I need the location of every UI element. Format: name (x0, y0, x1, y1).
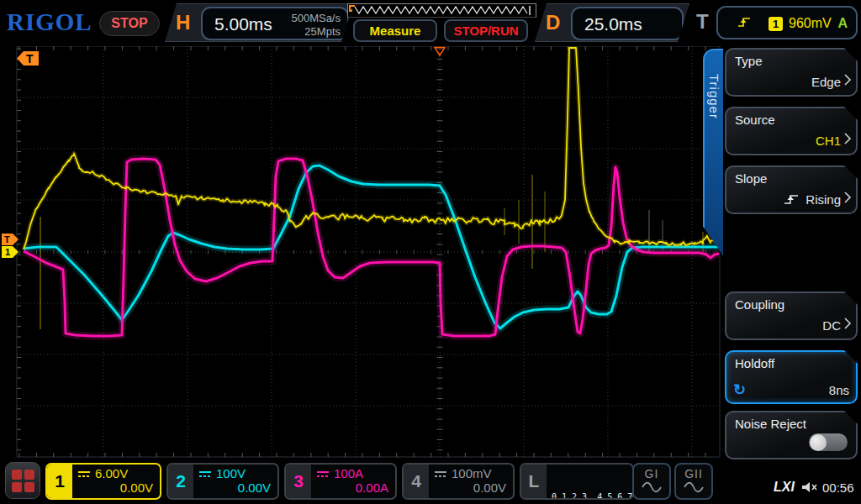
chevron-right-icon (843, 73, 852, 90)
measure-button[interactable]: Measure (353, 19, 437, 42)
menu-item-value: Rising (806, 192, 841, 207)
ch1-zero-letter: 1 (5, 247, 10, 257)
multifunction-knob-icon: ↻ (733, 381, 746, 399)
dc-coupling-icon (316, 466, 330, 480)
menu-item-label: Coupling (735, 297, 848, 312)
menu-item-type[interactable]: Type Edge (725, 48, 858, 97)
h-label: H (176, 11, 190, 34)
graticule: TT1 (0, 46, 721, 458)
chevron-right-icon (843, 317, 852, 333)
menu-item-label: Holdoff (735, 356, 848, 370)
timebase-box[interactable]: 5.00ms 500MSa/s 25Mpts (201, 7, 349, 40)
channel-offset: 0.00V (434, 480, 508, 495)
menu-item-coupling[interactable]: Coupling DC (725, 291, 858, 340)
menu-item-label: Slope (735, 171, 848, 186)
channel-offset: 0.00A (316, 480, 390, 495)
noise-reject-toggle[interactable] (809, 433, 848, 451)
menu-item-value: 8ns (829, 383, 849, 397)
waveform-display: TT1 (0, 46, 721, 458)
sample-rate: 500MSa/s (291, 12, 341, 25)
clock: 00:56 (822, 480, 854, 495)
channel-scale: 100A (334, 466, 363, 480)
logic-analyzer-block[interactable]: L 0 1 2 3 4 5 6 78 9 1011 12131415 (520, 463, 634, 500)
d-label: D (546, 11, 560, 34)
horizontal-timebase-group: H 5.00ms 500MSa/s 25Mpts (165, 3, 353, 42)
sine-icon (683, 481, 705, 493)
channel-offset: 0.00V (77, 480, 155, 495)
lxi-indicator: LXI (774, 480, 795, 495)
logic-channel-numbers: 0 1 2 3 4 5 6 78 9 1011 12131415 (552, 466, 634, 500)
channel-scale: 6.00V (95, 466, 128, 480)
generator-1-button[interactable]: GI (632, 463, 671, 500)
channel-number-tab: 3 (286, 465, 311, 498)
trigger-position-letter: T (26, 52, 34, 66)
dc-coupling-icon (434, 466, 447, 480)
trigger-level-letter: T (4, 234, 10, 244)
chevron-right-icon (843, 132, 852, 149)
stop-run-button[interactable]: STOP/RUN (444, 19, 528, 42)
menu-item-source[interactable]: Source CH1 (725, 107, 858, 155)
rigol-logo: RIGOL (7, 8, 92, 36)
menu-item-holdoff[interactable]: Holdoff 8ns ↻ (725, 350, 858, 404)
delay-box[interactable]: 25.0ms (571, 7, 684, 40)
t-label: T (696, 10, 709, 34)
trigger-menu-tab[interactable]: Trigger (703, 49, 723, 255)
main-menu-button[interactable] (5, 462, 40, 499)
timebase-value: 5.00ms (214, 14, 272, 34)
channel-number-tab: 2 (168, 465, 193, 498)
waveform-preview-strip[interactable] (347, 3, 536, 18)
logic-tab: L (521, 465, 547, 498)
channel-2-block[interactable]: 2 100V 0.00V (166, 463, 279, 500)
trigger-source-badge: 1 (769, 17, 783, 31)
menu-item-label: Noise Reject (735, 417, 848, 431)
channel-offset: 0.00V (198, 480, 272, 495)
menu-grid-icon (12, 470, 22, 480)
toggle-knob (810, 434, 827, 451)
memory-depth: 25Mpts (291, 25, 341, 39)
menu-item-value: CH1 (816, 134, 841, 148)
dc-coupling-icon (77, 466, 91, 480)
channel-scale: 100mV (452, 466, 492, 480)
channel-4-block[interactable]: 4 100mV 0.00V (402, 463, 515, 500)
oscilloscope-screen: RIGOL STOP H 5.00ms 500MSa/s 25Mpts Meas… (0, 0, 861, 504)
rising-edge-icon (783, 192, 800, 206)
dc-coupling-icon (198, 466, 212, 480)
trigger-tab-title: Trigger (707, 74, 721, 119)
menu-item-slope[interactable]: Slope Rising (725, 165, 858, 214)
channel-number-tab: 4 (404, 465, 429, 498)
chevron-right-icon (843, 191, 852, 207)
preview-zigzag (348, 4, 536, 17)
menu-item-noise-reject[interactable]: Noise Reject (725, 411, 858, 459)
delay-value: 25.0ms (584, 14, 642, 34)
speaker-muted-icon[interactable] (800, 480, 819, 497)
rising-edge-icon (737, 15, 752, 32)
trigger-status-box[interactable]: 1 960mV A (716, 6, 858, 39)
delay-group: D 25.0ms (535, 3, 689, 42)
sine-icon (641, 481, 663, 493)
acquisition-info: 500MSa/s 25Mpts (291, 12, 341, 39)
menu-item-value: Edge (811, 75, 841, 89)
run-state-indicator: STOP (99, 11, 160, 36)
menu-item-label: Type (735, 54, 848, 68)
trigger-status-flag: A (837, 16, 848, 31)
channel-1-block[interactable]: 1 6.00V 0.00V (45, 463, 161, 500)
channel-3-block[interactable]: 3 100A 0.00A (284, 463, 397, 500)
channel-scale: 100V (216, 466, 246, 480)
menu-item-value: DC (822, 318, 841, 333)
generator-2-button[interactable]: GII (674, 463, 713, 500)
menu-item-label: Source (735, 113, 848, 127)
trigger-level-value: 960mV (789, 16, 832, 31)
channel-number-tab: 1 (47, 465, 72, 498)
